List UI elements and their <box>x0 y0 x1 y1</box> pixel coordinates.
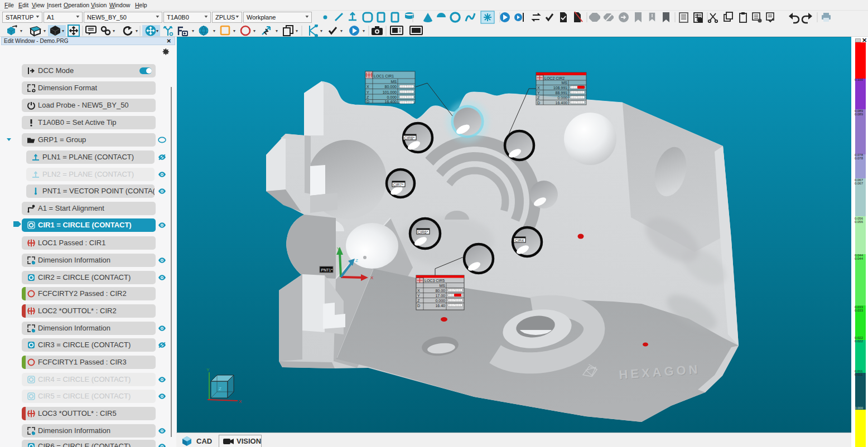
svg-text:▾: ▾ <box>340 28 343 33</box>
svg-text:Y: Y <box>367 90 369 94</box>
svg-text:▾: ▾ <box>156 28 158 33</box>
svg-text:▾: ▾ <box>213 28 215 33</box>
svg-text:CIR8*: CIR8* <box>404 136 415 140</box>
svg-text:101.000: 101.000 <box>383 90 397 94</box>
svg-text:▾: ▾ <box>62 28 64 33</box>
svg-text:16.40: 16.40 <box>435 304 445 308</box>
svg-text:▾: ▾ <box>20 28 22 33</box>
svg-text:CIR4: CIR4 <box>515 239 524 242</box>
svg-text:X: X <box>239 399 242 404</box>
svg-text:Y: Y <box>206 367 210 372</box>
svg-text:Y: Y <box>537 91 540 95</box>
svg-text:CIR7*: CIR7* <box>393 183 404 187</box>
svg-text:Z: Z <box>367 95 369 99</box>
svg-text:▾: ▾ <box>363 28 365 33</box>
svg-text:Y: Y <box>337 246 340 251</box>
svg-text:LOC2 CIR2: LOC2 CIR2 <box>544 76 565 80</box>
svg-text:X: X <box>367 85 369 89</box>
svg-text:▾: ▾ <box>296 28 298 33</box>
svg-text:MS: MS <box>391 80 397 84</box>
svg-text:16.400: 16.400 <box>556 101 568 105</box>
svg-text:17.00: 17.00 <box>435 294 445 298</box>
svg-text:▾: ▾ <box>233 28 235 33</box>
svg-text:PNT1*: PNT1* <box>321 268 333 272</box>
svg-text:Z: Z <box>537 96 540 100</box>
svg-text:108.991: 108.991 <box>553 86 567 90</box>
svg-text:D: D <box>537 101 540 105</box>
svg-text:▾: ▾ <box>44 28 46 33</box>
svg-text:0.000: 0.000 <box>435 299 445 303</box>
svg-text:X: X <box>537 86 540 90</box>
svg-text:LOC1 CIR1: LOC1 CIR1 <box>374 74 394 78</box>
svg-text:X: X <box>417 289 420 293</box>
svg-text:CIR6*: CIR6* <box>418 230 428 234</box>
svg-text:MS: MS <box>440 284 446 288</box>
svg-text:Z: Z <box>219 386 221 391</box>
svg-text:▾: ▾ <box>320 28 322 33</box>
svg-text:▾: ▾ <box>113 28 115 33</box>
svg-text:16.400: 16.400 <box>385 100 397 104</box>
svg-text:D: D <box>417 304 420 308</box>
svg-text:▾: ▾ <box>192 28 194 33</box>
svg-text:0.000: 0.000 <box>387 95 397 99</box>
svg-text:▾: ▾ <box>253 28 255 33</box>
svg-text:0.000: 0.000 <box>557 96 567 100</box>
svg-text:88.991: 88.991 <box>556 91 568 95</box>
svg-text:X: X <box>370 275 374 280</box>
svg-text:D: D <box>367 100 369 104</box>
svg-text:▾: ▾ <box>136 28 138 33</box>
svg-text:80.00: 80.00 <box>435 289 445 293</box>
svg-text:Z: Z <box>355 258 358 263</box>
svg-text:MS: MS <box>562 81 568 85</box>
svg-text:LOC3 CIR5: LOC3 CIR5 <box>425 279 445 283</box>
svg-text:Y: Y <box>417 294 420 298</box>
svg-text:Z: Z <box>417 299 420 303</box>
svg-text:80.000: 80.000 <box>385 85 397 89</box>
svg-text:▾: ▾ <box>276 28 278 33</box>
